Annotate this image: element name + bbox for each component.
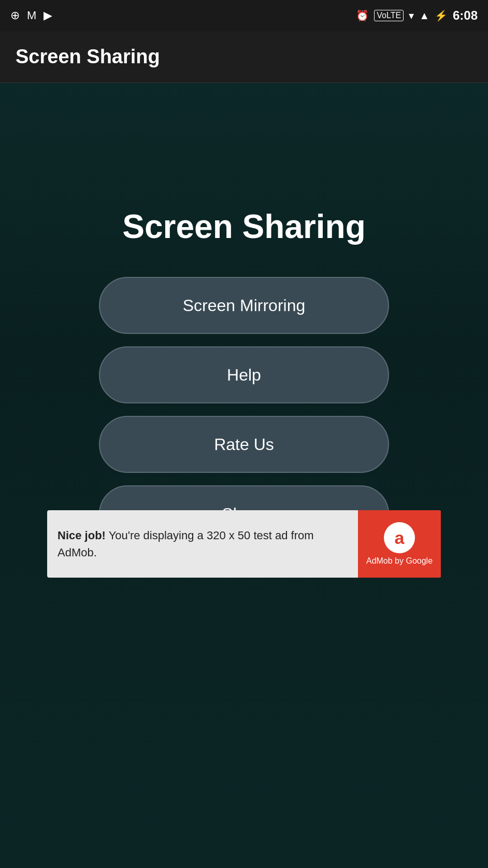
status-bar-right: ⏰ VoLTE ▾ ▲ ⚡ 6:08 [356,8,478,23]
signal-icon: ▲ [419,10,429,22]
buttons-container: Screen Mirroring Help Rate Us Share [0,277,488,542]
status-time: 6:08 [453,8,478,23]
admob-icon: a [384,522,415,553]
ad-bold-text: Nice job! [58,529,106,542]
ad-banner: Nice job! You're displaying a 320 x 50 t… [47,510,441,578]
ad-text-area: Nice job! You're displaying a 320 x 50 t… [47,519,358,569]
rate-us-button[interactable]: Rate Us [99,416,389,473]
status-bar: ⊕ M ▶ ⏰ VoLTE ▾ ▲ ⚡ 6:08 [0,0,488,31]
ad-text: Nice job! You're displaying a 320 x 50 t… [58,527,348,561]
help-button[interactable]: Help [99,346,389,403]
main-content: Screen Sharing Screen Mirroring Help Rat… [0,83,488,542]
screen-mirroring-button[interactable]: Screen Mirroring [99,277,389,334]
gmail-icon: M [27,9,36,22]
page-title: Screen Sharing [122,207,366,246]
alarm-icon: ⏰ [356,9,369,22]
ad-logo-area[interactable]: a AdMob by Google [358,510,441,578]
battery-icon: ⚡ [435,9,448,22]
admob-label: AdMob by Google [366,556,433,566]
notification-icon: ▶ [44,9,52,22]
wifi-icon: ▾ [409,9,414,22]
whatsapp-icon: ⊕ [10,9,20,22]
volte-label: VoLTE [374,10,404,21]
app-bar-title: Screen Sharing [16,46,160,68]
status-bar-left: ⊕ M ▶ [10,9,52,22]
app-bar: Screen Sharing [0,31,488,83]
